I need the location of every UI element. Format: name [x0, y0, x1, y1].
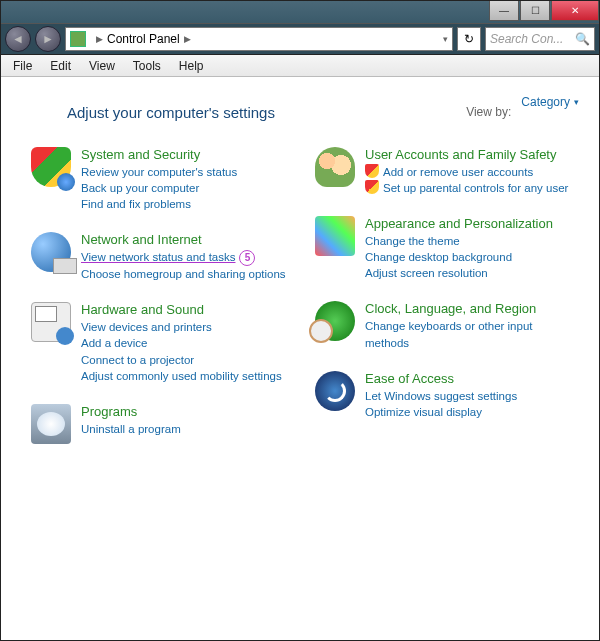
category-programs: Programs Uninstall a program: [31, 404, 295, 444]
maximize-button[interactable]: ☐: [520, 1, 550, 21]
task-link[interactable]: Review your computer's status: [81, 164, 237, 180]
address-dropdown-icon[interactable]: ▾: [443, 34, 448, 44]
category-heading[interactable]: System and Security: [81, 147, 237, 162]
content-area: Adjust your computer's settings View by:…: [1, 77, 599, 640]
task-link-label: Set up parental controls for any user: [383, 180, 568, 196]
menu-view[interactable]: View: [81, 57, 123, 75]
page-title: Adjust your computer's settings: [67, 104, 275, 121]
network-internet-icon[interactable]: [31, 232, 71, 272]
task-link[interactable]: Adjust screen resolution: [365, 265, 553, 281]
task-link[interactable]: Adjust commonly used mobility settings: [81, 368, 282, 384]
category-user-accounts: User Accounts and Family Safety Add or r…: [315, 147, 579, 196]
category-heading[interactable]: Network and Internet: [81, 232, 286, 247]
view-by-control: View by: Category: [466, 95, 579, 129]
user-accounts-icon[interactable]: [315, 147, 355, 187]
left-column: System and Security Review your computer…: [31, 147, 295, 464]
address-bar[interactable]: ▶ Control Panel ▶ ▾: [65, 27, 453, 51]
clock-language-icon[interactable]: [315, 301, 355, 341]
category-heading[interactable]: Programs: [81, 404, 181, 419]
task-link[interactable]: Connect to a projector: [81, 352, 282, 368]
titlebar: — ☐ ✕: [1, 1, 599, 23]
task-link-label: Add or remove user accounts: [383, 164, 533, 180]
menu-bar: File Edit View Tools Help: [1, 55, 599, 77]
task-link[interactable]: Change keyboards or other input methods: [365, 318, 579, 350]
menu-tools[interactable]: Tools: [125, 57, 169, 75]
category-clock-language: Clock, Language, and Region Change keybo…: [315, 301, 579, 350]
category-heading[interactable]: Clock, Language, and Region: [365, 301, 579, 316]
system-security-icon[interactable]: [31, 147, 71, 187]
refresh-button[interactable]: ↻: [457, 27, 481, 51]
ease-of-access-icon[interactable]: [315, 371, 355, 411]
task-link[interactable]: Change the theme: [365, 233, 553, 249]
task-link[interactable]: Change desktop background: [365, 249, 553, 265]
category-hardware-sound: Hardware and Sound View devices and prin…: [31, 302, 295, 383]
back-button[interactable]: ◄: [5, 26, 31, 52]
task-link-label: View network status and tasks: [81, 251, 235, 263]
task-link[interactable]: Find and fix problems: [81, 196, 237, 212]
annotation-badge: 5: [239, 250, 255, 266]
view-by-dropdown[interactable]: Category: [521, 95, 579, 109]
task-link[interactable]: Back up your computer: [81, 180, 237, 196]
forward-button[interactable]: ►: [35, 26, 61, 52]
task-link-view-network-status[interactable]: View network status and tasks5: [81, 249, 286, 266]
task-link[interactable]: Uninstall a program: [81, 421, 181, 437]
shield-icon: [365, 164, 379, 178]
category-heading[interactable]: User Accounts and Family Safety: [365, 147, 568, 162]
category-network-internet: Network and Internet View network status…: [31, 232, 295, 282]
window-buttons: — ☐ ✕: [488, 1, 599, 21]
breadcrumb-sep-icon: ▶: [96, 34, 103, 44]
programs-icon[interactable]: [31, 404, 71, 444]
task-link[interactable]: Add or remove user accounts: [365, 164, 568, 180]
task-link[interactable]: Add a device: [81, 335, 282, 351]
task-link[interactable]: View devices and printers: [81, 319, 282, 335]
hardware-sound-icon[interactable]: [31, 302, 71, 342]
category-ease-of-access: Ease of Access Let Windows suggest setti…: [315, 371, 579, 420]
category-heading[interactable]: Hardware and Sound: [81, 302, 282, 317]
search-input[interactable]: Search Con... 🔍: [485, 27, 595, 51]
content-header: Adjust your computer's settings View by:…: [67, 95, 579, 129]
menu-edit[interactable]: Edit: [42, 57, 79, 75]
appearance-icon[interactable]: [315, 216, 355, 256]
category-heading[interactable]: Appearance and Personalization: [365, 216, 553, 231]
category-heading[interactable]: Ease of Access: [365, 371, 517, 386]
breadcrumb-location[interactable]: Control Panel: [107, 32, 180, 46]
search-placeholder: Search Con...: [490, 32, 563, 46]
menu-help[interactable]: Help: [171, 57, 212, 75]
task-link[interactable]: Let Windows suggest settings: [365, 388, 517, 404]
search-icon: 🔍: [575, 32, 590, 46]
view-by-label: View by:: [466, 105, 511, 119]
menu-file[interactable]: File: [5, 57, 40, 75]
control-panel-icon: [70, 31, 86, 47]
task-link[interactable]: Set up parental controls for any user: [365, 180, 568, 196]
minimize-button[interactable]: —: [489, 1, 519, 21]
close-button[interactable]: ✕: [551, 1, 599, 21]
breadcrumb-sep-icon[interactable]: ▶: [184, 34, 191, 44]
task-link[interactable]: Choose homegroup and sharing options: [81, 266, 286, 282]
control-panel-window: — ☐ ✕ ◄ ► ▶ Control Panel ▶ ▾ ↻ Search C…: [0, 0, 600, 641]
task-link[interactable]: Optimize visual display: [365, 404, 517, 420]
category-appearance: Appearance and Personalization Change th…: [315, 216, 579, 281]
shield-icon: [365, 180, 379, 194]
navigation-bar: ◄ ► ▶ Control Panel ▶ ▾ ↻ Search Con... …: [1, 23, 599, 55]
category-system-security: System and Security Review your computer…: [31, 147, 295, 212]
right-column: User Accounts and Family Safety Add or r…: [315, 147, 579, 464]
category-columns: System and Security Review your computer…: [31, 147, 579, 464]
